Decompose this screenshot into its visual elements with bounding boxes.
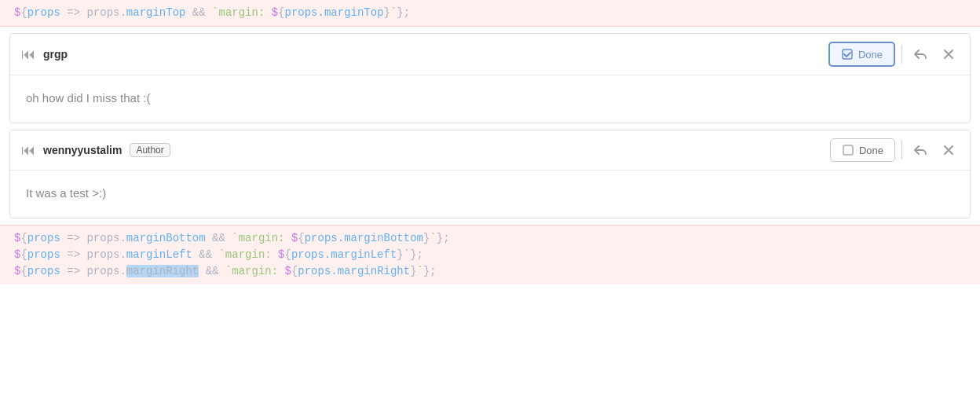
comment-actions-2: Done xyxy=(830,138,959,162)
comment-actions-1: Done xyxy=(828,42,959,67)
skip-to-start-icon[interactable]: ⏮ xyxy=(21,46,35,63)
author-badge: Author xyxy=(130,143,170,157)
done-button-1[interactable]: Done xyxy=(828,42,895,67)
comment-body-2: It was a test >:) xyxy=(10,171,970,218)
checkbox-unchecked-icon xyxy=(842,144,854,156)
code-top-line: ${props => props.marginTop && `margin: $… xyxy=(0,0,980,27)
code-bottom-line-3: ${props => props.marginRight && `margin:… xyxy=(14,263,966,280)
divider-1 xyxy=(901,45,902,64)
comment-username-2: wennyyustalim xyxy=(43,144,122,156)
done-label-1: Done xyxy=(858,49,883,61)
code-bottom-lines: ${props => props.marginBottom && `margin… xyxy=(0,225,980,284)
close-button-1[interactable] xyxy=(938,46,959,63)
checkbox-checked-icon xyxy=(841,48,854,61)
done-button-2[interactable]: Done xyxy=(830,138,895,162)
done-label-2: Done xyxy=(859,145,883,156)
reply-button-2[interactable] xyxy=(909,141,932,160)
code-bottom-line-2: ${props => props.marginLeft && `margin: … xyxy=(14,247,966,263)
comment-username-1: grgp xyxy=(43,48,68,61)
comment-block-1: ⏮ grgp Done xyxy=(9,33,971,123)
reply-button-1[interactable] xyxy=(909,45,932,64)
skip-to-start-icon-2[interactable]: ⏮ xyxy=(21,142,35,159)
comment-header-1: ⏮ grgp Done xyxy=(10,34,970,75)
comment-header-2: ⏮ wennyyustalim Author Done xyxy=(10,130,970,171)
code-bottom-line-1: ${props => props.marginBottom && `margin… xyxy=(14,230,966,247)
comment-body-1: oh how did I miss that :( xyxy=(10,75,970,123)
svg-rect-1 xyxy=(843,145,853,155)
divider-2 xyxy=(901,141,902,160)
close-button-2[interactable] xyxy=(938,141,959,159)
comment-block-2: ⏮ wennyyustalim Author Done xyxy=(9,130,971,218)
